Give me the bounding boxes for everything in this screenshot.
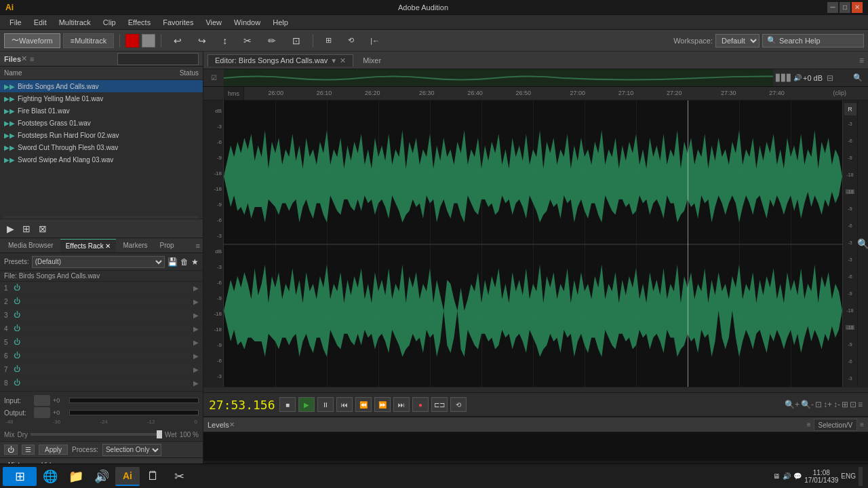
record-button[interactable]: ● <box>412 397 429 412</box>
taskbar-explorer-button[interactable]: 📁 <box>64 467 88 486</box>
file-item-sword-swipe[interactable]: ▶▶ Sword Swipe And Klang 03.wav <box>0 153 203 166</box>
effect-power-button[interactable]: ⏻ <box>14 338 23 348</box>
output-knob[interactable] <box>34 407 50 418</box>
menu-clip[interactable]: Clip <box>98 17 121 28</box>
settings-button[interactable]: ☰ <box>22 445 35 455</box>
multitrack-button[interactable]: ≡ Multitrack <box>63 33 114 48</box>
menu-file[interactable]: File <box>4 17 27 28</box>
show-desktop-button[interactable] <box>859 467 863 486</box>
mix-slider-handle[interactable] <box>157 430 162 438</box>
input-knob[interactable] <box>34 395 50 406</box>
effect-power-button[interactable]: ⏻ <box>14 311 23 320</box>
file-item-footsteps-run[interactable]: ▶▶ Footsteps Run Hard Floor 02.wav <box>0 129 203 141</box>
menu-multitrack[interactable]: Multitrack <box>54 17 96 28</box>
system-clock[interactable]: 11:08 17/01/1439 <box>804 469 838 484</box>
apply-button[interactable]: Apply <box>39 445 68 455</box>
editor-tab-dropdown[interactable]: ▼ <box>330 57 337 64</box>
pause-button[interactable]: ⏸ <box>317 397 334 412</box>
effect-expand-button[interactable]: ▶ <box>193 284 199 292</box>
export-file-button[interactable]: ⊠ <box>36 222 50 236</box>
zoom-out-time-button[interactable]: 🔍- <box>801 400 814 409</box>
close-button[interactable]: ✕ <box>852 2 863 13</box>
levels-options-icon[interactable]: ≡ <box>860 421 864 428</box>
loop-button[interactable]: ⟲ <box>450 397 467 412</box>
effect-power-button[interactable]: ⏻ <box>14 365 23 375</box>
levels-close-icon[interactable]: ✕ <box>229 421 235 428</box>
effect-expand-button[interactable]: ▶ <box>193 352 199 360</box>
taskbar-ie-button[interactable]: 🌐 <box>38 467 62 486</box>
file-item-footsteps-grass[interactable]: ▶▶ Footsteps Grass 01.wav <box>0 117 203 129</box>
effect-expand-button[interactable]: ▶ <box>193 379 199 387</box>
move-tool[interactable]: ↕ <box>216 33 234 48</box>
menu-favorites[interactable]: Favorites <box>157 17 199 28</box>
file-item-birds[interactable]: ▶▶ Birds Songs And Calls.wav <box>0 80 203 92</box>
menu-view[interactable]: View <box>200 17 227 28</box>
rewind-button[interactable]: ⏪ <box>355 397 372 412</box>
zoom-in-time-button[interactable]: 🔍+ <box>785 400 800 409</box>
pencil-tool[interactable]: ✏ <box>261 33 283 48</box>
favorite-preset-button[interactable]: ★ <box>191 257 199 267</box>
cursor-tool[interactable]: ↩ <box>167 33 189 48</box>
collapse-icon[interactable]: ≡ <box>859 56 864 65</box>
zoom-more-button[interactable]: ⊡ <box>850 400 856 409</box>
next-button[interactable]: ⏭ <box>393 397 410 412</box>
color-red-button[interactable] <box>125 34 139 48</box>
power-button[interactable]: ⏻ <box>4 445 18 455</box>
file-item-sword-cut[interactable]: ▶▶ Sword Cut Through Flesh 03.wav <box>0 141 203 153</box>
effect-expand-button[interactable]: ▶ <box>193 312 199 319</box>
menu-help[interactable]: Help <box>267 17 294 28</box>
import-file-button[interactable]: ⊞ <box>20 222 33 236</box>
taskbar-app5-button[interactable]: 🗒 <box>141 467 165 486</box>
overview-waveform[interactable] <box>224 69 773 86</box>
presets-select[interactable]: (Default) <box>32 256 165 268</box>
workspace-select[interactable]: Default <box>715 34 760 48</box>
files-panel-menu[interactable]: ≡ <box>30 55 34 63</box>
start-button[interactable]: ⊞ <box>3 467 37 486</box>
tab-effects-rack[interactable]: Effects Rack ✕ <box>60 239 117 252</box>
loop-button[interactable]: ⟲ <box>341 33 361 48</box>
file-item-fighting[interactable]: ▶▶ Fighting Yelling Male 01.wav <box>0 92 203 105</box>
files-panel-close[interactable]: ✕ <box>21 54 27 63</box>
play-button[interactable]: ▶ <box>298 397 315 412</box>
tab-markers[interactable]: Markers <box>117 239 153 252</box>
process-select[interactable]: Selection Only <box>102 444 161 456</box>
volume-collapse-icon[interactable]: ⊟ <box>827 73 833 83</box>
extra-button[interactable]: |← <box>363 33 387 48</box>
tab-media-browser[interactable]: Media Browser <box>3 239 59 252</box>
zoom-in-icon[interactable]: 🔍 <box>853 73 863 82</box>
zoom-less-button[interactable]: ≡ <box>858 400 863 409</box>
waveform-button[interactable]: 〜 Waveform <box>4 33 60 48</box>
tray-volume-icon[interactable]: 🔊 <box>783 472 791 480</box>
menu-effects[interactable]: Effects <box>123 17 156 28</box>
razor-tool[interactable]: ✂ <box>237 33 258 48</box>
maximize-button[interactable]: □ <box>840 2 850 13</box>
minimize-button[interactable]: ─ <box>827 2 838 13</box>
effect-power-button[interactable]: ⏻ <box>14 352 23 361</box>
stop-button[interactable]: ■ <box>279 397 296 412</box>
snap-button[interactable]: ⊞ <box>319 33 338 48</box>
waveform-area[interactable]: dB -3 -6 -9 -18 -18 -9 -6 -3 dB -3 -6 -9… <box>203 100 868 387</box>
prev-button[interactable]: ⏮ <box>336 397 353 412</box>
play-file-button[interactable]: ▶ <box>4 222 17 236</box>
editor-tab-close[interactable]: ✕ <box>340 56 346 65</box>
effect-expand-button[interactable]: ▶ <box>193 366 199 373</box>
waveform-display[interactable] <box>224 100 842 387</box>
taskbar-audition-button[interactable]: Ai <box>115 467 140 486</box>
save-preset-button[interactable]: 💾 <box>167 257 178 267</box>
effect-expand-button[interactable]: ▶ <box>193 325 199 333</box>
files-search-input[interactable] <box>117 53 199 65</box>
fast-forward-button[interactable]: ⏩ <box>374 397 391 412</box>
zoom-out-amp-button[interactable]: ↕- <box>833 400 840 409</box>
effects-panel-menu[interactable]: ≡ <box>196 242 200 250</box>
file-item-fire[interactable]: ▶▶ Fire Blast 01.wav <box>0 105 203 117</box>
mixer-tab[interactable]: Mixer <box>356 55 388 66</box>
zoom-full-button[interactable]: ⊡ <box>815 400 822 409</box>
menu-window[interactable]: Window <box>229 17 266 28</box>
effect-power-button[interactable]: ⏻ <box>14 297 23 307</box>
zoom-fit-button[interactable]: ⊞ <box>842 400 848 409</box>
taskbar-sound-button[interactable]: 🔊 <box>90 467 114 486</box>
zoom-scroll-icon[interactable]: 🔍 <box>858 238 869 250</box>
horizontal-scrollbar[interactable] <box>203 387 868 392</box>
effect-expand-button[interactable]: ▶ <box>193 298 199 305</box>
slip-tool[interactable]: ⊡ <box>285 33 307 48</box>
